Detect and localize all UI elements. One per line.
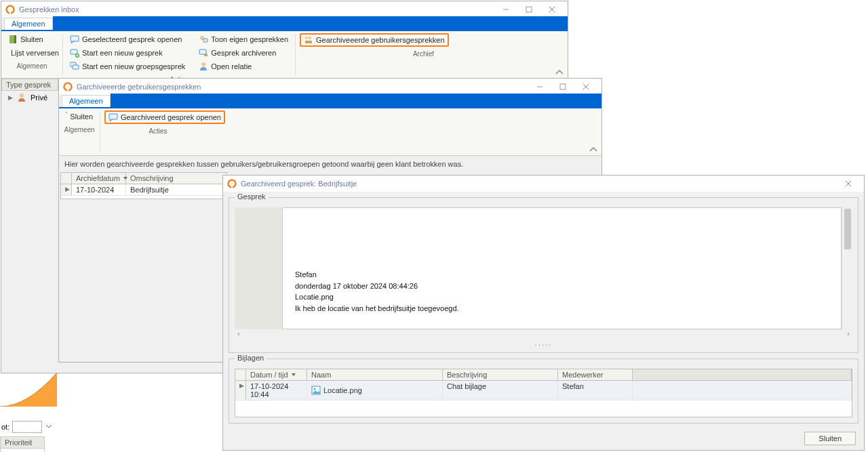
column-header-omschrijving[interactable]: Omschrijving (126, 173, 227, 184)
legend-gesprek: Gesprek (235, 192, 269, 201)
dropdown-icon[interactable] (45, 422, 54, 432)
titlebar-arch-users[interactable]: Garchiveeerde gebruikersgesprekken (59, 79, 601, 95)
attachments-grid[interactable]: Datum / tijd Naam Beschrijving Medewerke… (235, 369, 852, 417)
scrollbar-thumb[interactable] (844, 209, 851, 249)
column-header-beschrijving[interactable]: Beschrijving (443, 369, 558, 380)
ribbon-tab-strip (53, 16, 568, 30)
svg-rect-29 (67, 112, 68, 113)
group-label-algemeen: Algemeen (59, 125, 100, 136)
legend-bijlagen: Bijlagen (235, 354, 267, 362)
lijst-verversen-button[interactable]: Lijst verversen (5, 47, 58, 59)
cell-archiefdatum: 17-10-2024 (72, 184, 126, 195)
row-selector-header (235, 369, 246, 380)
label: Start een nieuw groepsgesprek (82, 62, 185, 70)
minimize-button[interactable] (494, 2, 517, 17)
row-selector[interactable]: ▶ (235, 381, 246, 400)
close-button[interactable] (540, 2, 564, 17)
close-button[interactable] (574, 79, 597, 94)
app-icon (5, 5, 15, 14)
group-label-archief: Archief (296, 49, 551, 60)
archived-conversations-grid[interactable]: Archiefdatum Omschrijving ▶ 17-10-2024 B… (60, 172, 227, 199)
cell-filler (633, 381, 852, 400)
column-header-datum-tijd[interactable]: Datum / tijd (246, 369, 307, 380)
close-door-icon (8, 35, 18, 44)
horizontal-scrollbar[interactable]: ‹ › (235, 329, 852, 339)
svg-point-21 (20, 94, 24, 98)
table-row[interactable]: ▶ 17-10-2024 Bedrijfsuitje (61, 184, 227, 196)
column-header-medewerker[interactable]: Medewerker (558, 369, 633, 380)
svg-point-22 (64, 83, 72, 91)
column-header-archiefdatum[interactable]: Archiefdatum (72, 173, 126, 184)
ot-input[interactable] (12, 421, 42, 433)
sidebar-item-prive[interactable]: ▶ Privé (1, 91, 58, 104)
open-relatie-button[interactable]: Open relatie (196, 60, 291, 73)
message-gutter (235, 207, 282, 329)
geselecteerd-gesprek-openen-button[interactable]: Geselecteerd gesprek openen (67, 33, 188, 45)
chat-group-icon (70, 62, 79, 71)
vertical-scrollbar[interactable] (842, 207, 852, 329)
app-icon (63, 82, 73, 91)
row-selector[interactable]: ▶ (61, 184, 72, 195)
label: Lijst verversen (11, 49, 59, 57)
cell-naam: Locatie.png (307, 381, 443, 400)
fieldset-gesprek: Gesprek Stefan donderdag 17 oktober 2024… (229, 197, 859, 353)
gesprek-archiveren-button[interactable]: Gesprek archiveren (196, 47, 291, 59)
column-filler (633, 369, 852, 380)
svg-point-31 (229, 180, 236, 188)
titlebar-detail[interactable]: Gearchiveerd gesprek: Bedrijfsuitje (223, 176, 864, 192)
ribbon-tab-algemeen[interactable]: Algemeen (4, 18, 53, 30)
svg-rect-14 (203, 39, 208, 42)
label: Sluiten (20, 35, 43, 43)
ribbon-collapse-button[interactable] (551, 31, 568, 78)
ribbon-tab-algemeen[interactable]: Algemeen (62, 95, 111, 107)
svg-point-19 (309, 37, 311, 39)
expand-arrow-icon: ▶ (8, 94, 13, 101)
sort-desc-icon (291, 372, 296, 377)
svg-rect-7 (14, 35, 16, 43)
decorative-arc (0, 373, 57, 407)
close-button[interactable] (837, 176, 860, 191)
column-header-prioriteit[interactable]: Prioriteit (0, 436, 45, 449)
fieldset-bijlagen: Bijlagen Datum / tijd Naam Beschrijving … (229, 358, 859, 424)
gearchiveerd-gesprek-openen-button[interactable]: Gearchiveerd gesprek openen (104, 110, 225, 124)
column-header-naam[interactable]: Naam (307, 369, 443, 380)
svg-rect-20 (305, 41, 312, 43)
label: Open relatie (211, 62, 252, 70)
window-title: Gearchiveerd gesprek: Bedrijfsuitje (241, 180, 837, 188)
gearchiveerde-gebruikersgesprekken-button[interactable]: Gearchiveeerde gebruikersgesprekken (300, 33, 449, 47)
archive-chat-icon (199, 48, 208, 58)
window-archived-conversation-detail: Gearchiveerd gesprek: Bedrijfsuitje Gesp… (222, 175, 865, 451)
cell-medewerker: Stefan (558, 381, 633, 400)
sluiten-button[interactable]: Sluiten (5, 33, 58, 45)
chat-open-icon (70, 35, 79, 44)
table-row[interactable]: ▶ 17-10-2024 10:44 Locatie.png Chat bijl… (235, 381, 852, 400)
msg-timestamp: donderdag 17 oktober 2024 08:44:26 (295, 281, 829, 292)
maximize-button[interactable] (551, 79, 574, 94)
ot-label: ot: (1, 423, 9, 431)
fragment-prioriteit: Prioriteit (0, 436, 45, 452)
cell-datum-tijd: 17-10-2024 10:44 (246, 381, 307, 400)
resize-grip[interactable]: ..... (235, 339, 852, 347)
msg-text: Ik heb de locatie van het bedrijfsuitje … (295, 303, 829, 314)
toon-eigen-gesprekken-button[interactable]: Toon eigen gesprekken (196, 33, 291, 45)
svg-rect-12 (73, 65, 79, 69)
person-icon (199, 62, 208, 71)
sluiten-button[interactable]: Sluiten (63, 110, 96, 123)
maximize-button[interactable] (517, 2, 540, 17)
start-nieuw-gesprek-button[interactable]: Start een nieuw gesprek (67, 47, 188, 59)
svg-point-0 (7, 6, 14, 14)
sluiten-button[interactable]: Sluiten (804, 432, 856, 445)
svg-rect-25 (560, 84, 566, 89)
start-nieuw-groepsgesprek-button[interactable]: Start een nieuw groepsgesprek (67, 60, 188, 73)
cell-omschrijving: Bedrijfsuitje (126, 184, 227, 195)
group-label-algemeen: Algemeen (1, 61, 62, 72)
ribbon-collapse-button[interactable] (585, 108, 601, 155)
app-icon (227, 179, 237, 188)
titlebar-inbox[interactable]: Gesprekken inbox (1, 1, 568, 18)
scroll-right-icon[interactable]: › (847, 329, 850, 339)
minimize-button[interactable] (528, 79, 551, 94)
label: Privé (31, 94, 47, 102)
group-label-acties: Acties (100, 126, 216, 137)
column-header-type-gesprek[interactable]: Type gesprek (1, 79, 58, 91)
scroll-left-icon[interactable]: ‹ (237, 329, 240, 339)
